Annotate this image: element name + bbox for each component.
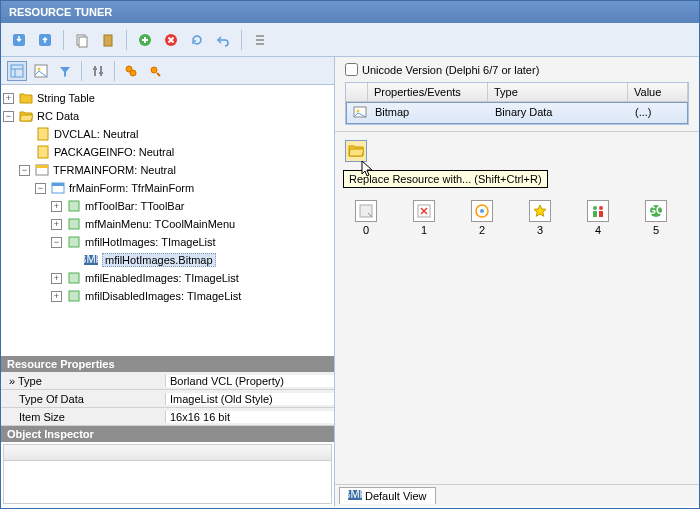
- resource-properties-header: Resource Properties: [1, 356, 334, 372]
- unicode-checkbox[interactable]: [345, 63, 358, 76]
- expand-icon[interactable]: +: [51, 219, 62, 230]
- folder-icon: [348, 143, 364, 159]
- resource-tree[interactable]: +String Table −RC Data DVCLAL: Neutral P…: [1, 85, 334, 356]
- svg-point-37: [599, 206, 603, 210]
- tab-default-view[interactable]: BMP Default View: [339, 487, 436, 504]
- prop-row: Item Size16x16 16 bit: [1, 408, 334, 426]
- refresh-button[interactable]: [187, 30, 207, 50]
- svg-point-16: [151, 67, 157, 73]
- svg-point-9: [38, 67, 41, 70]
- tree-node[interactable]: +String Table: [3, 89, 332, 107]
- tree-node[interactable]: −frMainForm: TfrMainForm: [3, 179, 332, 197]
- svg-rect-38: [593, 211, 597, 217]
- cursor-icon: [361, 160, 375, 180]
- search-next-button[interactable]: [145, 61, 165, 81]
- expand-icon[interactable]: +: [51, 201, 62, 212]
- replace-resource-button[interactable]: [345, 140, 367, 162]
- table-row[interactable]: Bitmap Binary Data (...): [346, 102, 688, 124]
- download-button[interactable]: [9, 30, 29, 50]
- expand-icon[interactable]: +: [51, 291, 62, 302]
- svg-text:GO: GO: [648, 204, 664, 216]
- svg-rect-3: [79, 37, 87, 47]
- image-list: 0 1 2 3 4 GO5: [345, 192, 689, 236]
- add-button[interactable]: [135, 30, 155, 50]
- delete-button[interactable]: [161, 30, 181, 50]
- collapse-icon[interactable]: −: [19, 165, 30, 176]
- prop-row: Type Of DataImageList (Old Style): [1, 390, 334, 408]
- list-item[interactable]: 0: [355, 200, 377, 236]
- list-item[interactable]: 3: [529, 200, 551, 236]
- svg-rect-7: [11, 65, 23, 77]
- tree-node[interactable]: −RC Data: [3, 107, 332, 125]
- list-button[interactable]: [250, 30, 270, 50]
- settings-button[interactable]: [88, 61, 108, 81]
- svg-point-31: [357, 110, 360, 113]
- image-icon: [353, 108, 367, 120]
- list-item[interactable]: 1: [413, 200, 435, 236]
- list-item[interactable]: GO5: [645, 200, 667, 236]
- tree-node[interactable]: −TFRMAINFORM: Neutral: [3, 161, 332, 179]
- tree-node[interactable]: −mfilHotImages: TImageList: [3, 233, 332, 251]
- tree-view-button[interactable]: [7, 61, 27, 81]
- svg-rect-24: [69, 219, 79, 229]
- svg-rect-10: [94, 66, 96, 76]
- list-item[interactable]: 4: [587, 200, 609, 236]
- component-icon: [66, 199, 82, 213]
- tree-node[interactable]: PACKAGEINFO: Neutral: [3, 143, 332, 161]
- collapse-icon[interactable]: −: [3, 111, 14, 122]
- col-value: Value: [628, 83, 688, 101]
- tree-node[interactable]: +mfilEnabledImages: TImageList: [3, 269, 332, 287]
- col-properties: Properties/Events: [368, 83, 488, 101]
- title-bar: RESOURCE TUNER: [1, 1, 699, 23]
- undo-button[interactable]: [213, 30, 233, 50]
- tree-node[interactable]: +mfilDisabledImages: TImageList: [3, 287, 332, 305]
- expand-icon[interactable]: +: [51, 273, 62, 284]
- right-panel: Unicode Version (Delphi 6/7 or later) Pr…: [335, 57, 699, 506]
- svg-rect-20: [36, 165, 48, 168]
- table-header: Properties/Events Type Value: [346, 83, 688, 102]
- tree-node[interactable]: +mfMainMenu: TCoolMainMenu: [3, 215, 332, 233]
- doc-icon: [35, 127, 51, 141]
- collapse-icon[interactable]: −: [51, 237, 62, 248]
- upload-button[interactable]: [35, 30, 55, 50]
- main-toolbar: [1, 23, 699, 57]
- component-icon: [66, 217, 82, 231]
- filter-button[interactable]: [55, 61, 75, 81]
- tree-node-selected[interactable]: BMPmfilHotImages.Bitmap: [3, 251, 332, 269]
- svg-rect-29: [69, 291, 79, 301]
- svg-point-15: [130, 70, 136, 76]
- svg-rect-18: [38, 146, 48, 158]
- bitmap-icon: BMP: [83, 253, 99, 267]
- image-view-button[interactable]: [31, 61, 51, 81]
- unicode-label: Unicode Version (Delphi 6/7 or later): [362, 64, 539, 76]
- svg-point-36: [593, 206, 597, 210]
- tree-node[interactable]: +mfToolBar: TToolBar: [3, 197, 332, 215]
- svg-rect-4: [104, 35, 112, 46]
- component-icon: [66, 235, 82, 249]
- tree-node[interactable]: DVCLAL: Neutral: [3, 125, 332, 143]
- object-inspector[interactable]: [3, 444, 332, 504]
- paste-button[interactable]: [98, 30, 118, 50]
- unicode-checkbox-row[interactable]: Unicode Version (Delphi 6/7 or later): [345, 63, 689, 76]
- doc-icon: [35, 145, 51, 159]
- svg-text:BMP: BMP: [348, 490, 362, 500]
- bitmap-icon: BMP: [348, 490, 362, 502]
- svg-point-35: [480, 209, 484, 213]
- resource-properties-grid: » TypeBorland VCL (Property) Type Of Dat…: [1, 372, 334, 426]
- folder-open-icon: [18, 109, 34, 123]
- form-icon: [50, 181, 66, 195]
- component-icon: [66, 271, 82, 285]
- svg-rect-25: [69, 237, 79, 247]
- expand-icon[interactable]: +: [3, 93, 14, 104]
- svg-rect-28: [69, 273, 79, 283]
- list-item[interactable]: 2: [471, 200, 493, 236]
- svg-rect-39: [599, 211, 603, 217]
- search-button[interactable]: [121, 61, 141, 81]
- object-inspector-header: Object Inspector: [1, 426, 334, 442]
- svg-rect-22: [52, 183, 64, 186]
- svg-rect-11: [100, 66, 102, 76]
- folder-icon: [18, 91, 34, 105]
- copy-button[interactable]: [72, 30, 92, 50]
- properties-table: Properties/Events Type Value Bitmap Bina…: [345, 82, 689, 125]
- collapse-icon[interactable]: −: [35, 183, 46, 194]
